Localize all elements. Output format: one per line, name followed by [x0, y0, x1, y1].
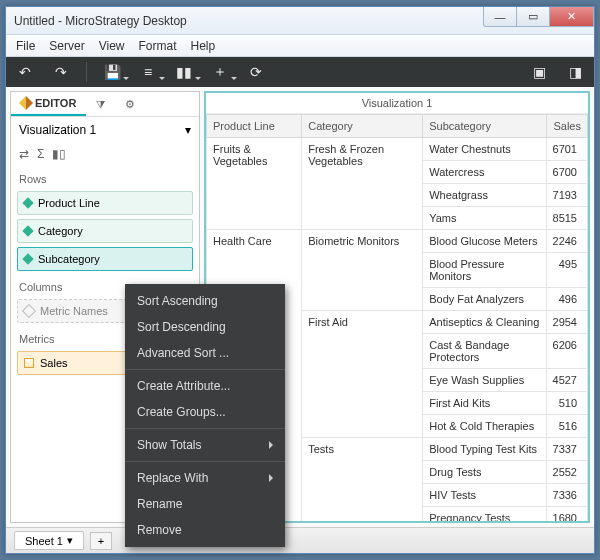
cell-subcategory: Blood Typing Test Kits — [423, 438, 546, 461]
cell-category: Fresh & Frozen Vegetables — [302, 138, 423, 230]
pencil-icon — [19, 96, 33, 110]
tab-filter[interactable]: ⧩ — [86, 92, 115, 116]
attribute-icon — [22, 225, 33, 236]
minimize-button[interactable]: — — [483, 7, 517, 27]
tab-settings[interactable]: ⚙ — [115, 92, 145, 116]
table-row[interactable]: Health CareBiometric MonitorsBlood Gluco… — [207, 230, 588, 253]
tag-icon — [22, 304, 36, 318]
pill-subcategory[interactable]: Subcategory — [17, 247, 193, 271]
cell-subcategory: Water Chestnuts — [423, 138, 546, 161]
menu-divider — [125, 369, 285, 370]
submenu-arrow-icon — [269, 441, 273, 449]
mi-create-groups[interactable]: Create Groups... — [125, 399, 285, 425]
swap-icon[interactable]: ⇄ — [19, 147, 29, 161]
add-button[interactable]: ＋ — [209, 61, 231, 83]
cell-subcategory: Hot & Cold Therapies — [423, 415, 546, 438]
panel-button[interactable]: ◨ — [564, 61, 586, 83]
cell-sales: 7193 — [546, 184, 588, 207]
cell-sales: 7337 — [546, 438, 588, 461]
menu-format[interactable]: Format — [138, 39, 176, 53]
pill-label: Sales — [40, 357, 68, 369]
cell-subcategory: Antiseptics & Cleaning — [423, 311, 546, 334]
chevron-down-icon: ▾ — [67, 534, 73, 547]
col-category[interactable]: Category — [302, 115, 423, 138]
col-sales[interactable]: Sales — [546, 115, 588, 138]
chevron-down-icon: ▾ — [185, 123, 191, 137]
cell-sales: 6206 — [546, 334, 588, 369]
plus-icon: + — [98, 535, 104, 547]
cell-category: First Aid — [302, 311, 423, 438]
menu-help[interactable]: Help — [191, 39, 216, 53]
mi-replace-with[interactable]: Replace With — [125, 465, 285, 491]
data-button[interactable]: ≡ — [137, 61, 159, 83]
panel-tabs: EDITOR ⧩ ⚙ — [11, 92, 199, 117]
menubar: File Server View Format Help — [6, 35, 594, 57]
toolbar-separator — [86, 62, 87, 82]
tab-editor[interactable]: EDITOR — [11, 92, 86, 116]
sigma-icon[interactable]: Σ — [37, 147, 44, 161]
menu-server[interactable]: Server — [49, 39, 84, 53]
sheet-tab[interactable]: Sheet 1 ▾ — [14, 531, 84, 550]
context-menu: Sort Ascending Sort Descending Advanced … — [125, 284, 285, 547]
rows-dropzone[interactable]: Product Line Category Subcategory — [11, 189, 199, 273]
insert-viz-button[interactable]: ▮▮ — [173, 61, 195, 83]
cell-sales: 2552 — [546, 461, 588, 484]
tab-editor-label: EDITOR — [35, 97, 76, 109]
window-title: Untitled - MicroStrategy Desktop — [14, 14, 187, 28]
body: EDITOR ⧩ ⚙ Visualization 1 ▾ ⇄ Σ ▮▯ Rows… — [6, 87, 594, 527]
viz-name-row[interactable]: Visualization 1 ▾ — [11, 117, 199, 143]
viz-name-label: Visualization 1 — [19, 123, 96, 137]
cell-sales: 510 — [546, 392, 588, 415]
redo-button[interactable]: ↷ — [50, 61, 72, 83]
mi-rename[interactable]: Rename — [125, 491, 285, 517]
cell-sales: 516 — [546, 415, 588, 438]
maximize-button[interactable]: ▭ — [516, 7, 550, 27]
cell-subcategory: Watercress — [423, 161, 546, 184]
toolbar: ↶ ↷ 💾 ≡ ▮▮ ＋ ⟳ ▣ ◨ — [6, 57, 594, 87]
metric-icon — [24, 358, 34, 368]
menu-divider — [125, 428, 285, 429]
pill-category[interactable]: Category — [17, 219, 193, 243]
cell-subcategory: Yams — [423, 207, 546, 230]
sheet-label: Sheet 1 — [25, 535, 63, 547]
cell-product-line: Fruits & Vegetables — [207, 138, 302, 230]
cell-sales: 4527 — [546, 369, 588, 392]
cell-category: Biometric Monitors — [302, 230, 423, 311]
cell-subcategory: Drug Tests — [423, 461, 546, 484]
refresh-button[interactable]: ⟳ — [245, 61, 267, 83]
undo-button[interactable]: ↶ — [14, 61, 36, 83]
cell-subcategory: Eye Wash Supplies — [423, 369, 546, 392]
cell-subcategory: Blood Glucose Meters — [423, 230, 546, 253]
menu-divider — [125, 461, 285, 462]
header-row: Product Line Category Subcategory Sales — [207, 115, 588, 138]
close-button[interactable]: ✕ — [549, 7, 594, 27]
mi-show-totals[interactable]: Show Totals — [125, 432, 285, 458]
cell-sales: 6700 — [546, 161, 588, 184]
mi-remove[interactable]: Remove — [125, 517, 285, 543]
present-button[interactable]: ▣ — [528, 61, 550, 83]
titlebar: Untitled - MicroStrategy Desktop — ▭ ✕ — [6, 7, 594, 35]
cell-sales: 495 — [546, 253, 588, 288]
pill-label: Metric Names — [40, 305, 108, 317]
pill-label: Category — [38, 225, 83, 237]
bars-icon[interactable]: ▮▯ — [52, 147, 66, 161]
viz-title: Visualization 1 — [206, 93, 588, 114]
menu-view[interactable]: View — [99, 39, 125, 53]
pill-product-line[interactable]: Product Line — [17, 191, 193, 215]
col-product-line[interactable]: Product Line — [207, 115, 302, 138]
mi-sort-asc[interactable]: Sort Ascending — [125, 288, 285, 314]
save-button[interactable]: 💾 — [101, 61, 123, 83]
cell-sales: 7336 — [546, 484, 588, 507]
menu-file[interactable]: File — [16, 39, 35, 53]
pill-label: Product Line — [38, 197, 100, 209]
attribute-icon — [22, 253, 33, 264]
mi-advanced-sort[interactable]: Advanced Sort ... — [125, 340, 285, 366]
mi-create-attribute[interactable]: Create Attribute... — [125, 373, 285, 399]
cell-sales: 1680 — [546, 507, 588, 522]
footer: Sheet 1 ▾ + — [6, 527, 594, 553]
add-sheet-button[interactable]: + — [90, 532, 112, 550]
mi-sort-desc[interactable]: Sort Descending — [125, 314, 285, 340]
gear-icon: ⚙ — [125, 98, 135, 111]
col-subcategory[interactable]: Subcategory — [423, 115, 546, 138]
table-row[interactable]: Fruits & VegetablesFresh & Frozen Vegeta… — [207, 138, 588, 161]
